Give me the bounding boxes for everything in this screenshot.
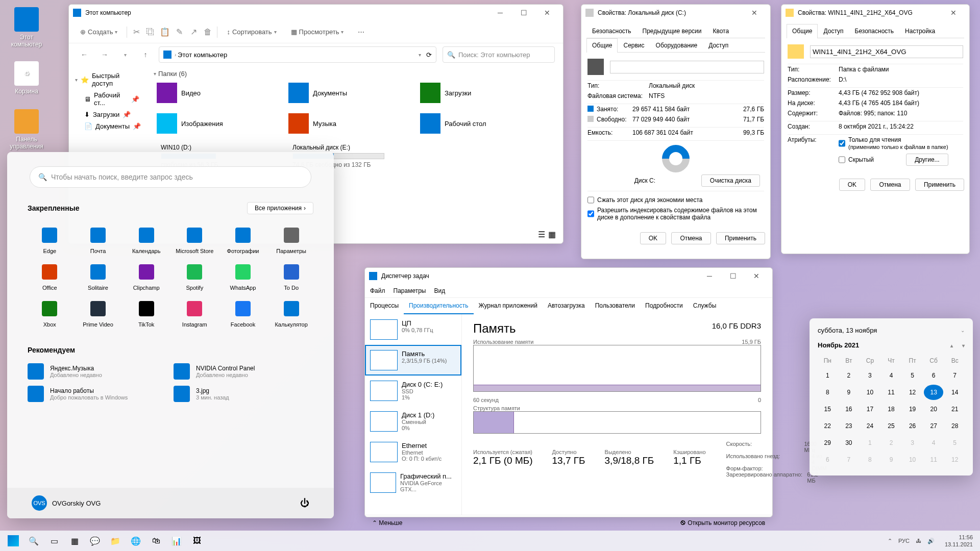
new-button[interactable]: ⊕ Создать ▾ xyxy=(75,25,122,39)
calendar-day[interactable]: 3 xyxy=(860,368,880,383)
fewer-details-button[interactable]: ⌃ Меньше xyxy=(372,519,402,527)
folder-item[interactable]: Загрузки xyxy=(417,80,545,106)
minimize-button[interactable]: ─ xyxy=(698,268,721,284)
calendar-day[interactable]: 2 xyxy=(839,368,859,383)
folder-item[interactable]: Рабочий стол xyxy=(417,110,545,137)
calendar-day[interactable]: 24 xyxy=(860,418,880,434)
chevron-down-icon[interactable]: ▾ xyxy=(118,47,132,62)
view-details-icon[interactable]: ☰ xyxy=(538,230,545,239)
back-button[interactable]: ← xyxy=(77,47,91,62)
network-icon[interactable]: 🖧 xyxy=(916,538,921,544)
recommended-item[interactable]: Яндекс.МузыкаДобавлено недавно xyxy=(28,363,167,380)
calendar-day[interactable]: 14 xyxy=(945,385,965,400)
up-button[interactable]: ↑ xyxy=(138,47,153,62)
all-apps-button[interactable]: Все приложения › xyxy=(247,202,313,214)
perf-sidebar-item[interactable]: Графический п...NVIDIA GeForce GTX... xyxy=(365,467,461,498)
copy-icon[interactable]: ⿻ xyxy=(145,27,156,37)
volume-icon[interactable]: 🔊 xyxy=(927,538,935,544)
menu-options[interactable]: Параметры xyxy=(394,287,426,294)
refresh-icon[interactable]: ⟳ xyxy=(426,51,432,59)
folders-header[interactable]: ▾ Папки (6) xyxy=(154,68,555,80)
chevron-down-icon[interactable]: ▾ xyxy=(419,52,421,58)
calendar-day[interactable]: 8 xyxy=(818,385,838,400)
calendar-day[interactable]: 3 xyxy=(902,435,922,450)
power-button[interactable]: ⏻ xyxy=(300,498,309,509)
share-icon[interactable]: ↗ xyxy=(188,27,199,37)
calendar-day[interactable]: 18 xyxy=(881,402,901,417)
photos-icon[interactable]: 🖼 xyxy=(187,531,207,551)
search-input[interactable]: 🔍 Поиск: Этот компьютер xyxy=(443,46,555,63)
pinned-app[interactable]: Параметры xyxy=(269,223,313,258)
pinned-app[interactable]: Solitaire xyxy=(76,260,120,295)
view-button[interactable]: ▦ Просмотреть ▾ xyxy=(286,25,349,39)
tm-tab[interactable]: Службы xyxy=(688,298,721,314)
cut-icon[interactable]: ✂ xyxy=(131,27,141,37)
calendar-day[interactable]: 6 xyxy=(818,452,838,467)
pinned-app[interactable]: WhatsApp xyxy=(221,260,265,295)
calendar-day[interactable]: 9 xyxy=(839,385,859,400)
calendar-day[interactable]: 11 xyxy=(924,452,944,467)
breadcrumb[interactable]: › Этот компьютер ▾ ⟳ xyxy=(159,46,436,63)
menu-view[interactable]: Вид xyxy=(434,287,445,294)
maximize-button[interactable]: ☐ xyxy=(512,5,535,21)
tab-sharing[interactable]: Доступ xyxy=(703,38,734,52)
calendar-day[interactable]: 7 xyxy=(945,368,965,383)
pinned-app[interactable]: Почта xyxy=(76,223,120,258)
tm-tab[interactable]: Пользователи xyxy=(590,298,640,314)
more-button[interactable]: ⋯ xyxy=(353,25,370,39)
calendar-day[interactable]: 25 xyxy=(881,418,901,434)
task-view-icon[interactable]: ▭ xyxy=(44,531,64,551)
calendar-day[interactable]: 8 xyxy=(860,452,880,467)
perf-sidebar-item[interactable]: Диск 0 (C: E:)SSD1% xyxy=(365,375,461,406)
sidebar-item-documents[interactable]: 📄 Документы 📌 xyxy=(73,120,141,132)
maximize-button[interactable]: ☐ xyxy=(721,268,745,284)
sidebar-item-quick-access[interactable]: ▾ ⭐ Быстрый доступ xyxy=(73,70,141,89)
calendar-day[interactable]: 5 xyxy=(902,368,922,383)
calendar-day[interactable]: 23 xyxy=(839,418,859,434)
tm-tab[interactable]: Процессы xyxy=(365,298,404,314)
perf-sidebar-item[interactable]: EthernetEthernetО: 0 П: 0 кбит/с xyxy=(365,437,461,467)
calendar-day[interactable]: 28 xyxy=(945,418,965,434)
user-button[interactable]: OVS OVGorskiy OVG xyxy=(32,495,101,511)
apply-button[interactable]: Применить xyxy=(915,179,964,191)
rename-icon[interactable]: ✎ xyxy=(174,27,184,37)
tm-tab[interactable]: Журнал приложений xyxy=(474,298,543,314)
clock[interactable]: 11:56 13.11.2021 xyxy=(941,534,977,548)
sidebar-item-downloads[interactable]: ⬇ Загрузки 📌 xyxy=(73,109,141,120)
folder-name-input[interactable] xyxy=(810,45,963,58)
calendar-day[interactable]: 22 xyxy=(818,418,838,434)
calendar-day[interactable]: 5 xyxy=(945,435,965,450)
recommended-item[interactable]: Начало работыДобро пожаловать в Windows xyxy=(28,386,167,402)
chat-icon[interactable]: 💬 xyxy=(85,531,105,551)
tab-quota[interactable]: Квота xyxy=(707,24,734,38)
tab-customize[interactable]: Настройка xyxy=(899,24,941,38)
tab-security[interactable]: Безопасность xyxy=(849,24,900,38)
calendar-day[interactable]: 29 xyxy=(818,435,838,450)
calendar-day[interactable]: 7 xyxy=(839,452,859,467)
close-button[interactable]: ✕ xyxy=(942,5,965,21)
sort-button[interactable]: ↕ Сортировать ▾ xyxy=(222,25,281,39)
next-month-button[interactable]: ▾ xyxy=(962,343,965,348)
calendar-day[interactable]: 15 xyxy=(818,402,838,417)
calendar-day[interactable]: 30 xyxy=(839,435,859,450)
recommended-item[interactable]: NVIDIA Control PanelДобавлено недавно xyxy=(174,363,313,380)
pinned-app[interactable]: Prime Video xyxy=(76,297,120,332)
more-button[interactable]: Другие... xyxy=(906,154,948,166)
calendar-day[interactable]: 6 xyxy=(924,368,944,383)
calendar-day[interactable]: 1 xyxy=(818,368,838,383)
store-icon[interactable]: 🛍 xyxy=(146,531,166,551)
desktop-icon-control-panel[interactable]: Панель управления xyxy=(7,109,46,150)
calendar-day[interactable]: 10 xyxy=(902,452,922,467)
view-tiles-icon[interactable]: ▦ xyxy=(548,230,556,239)
pinned-app[interactable]: Фотографии xyxy=(221,223,265,258)
compress-checkbox[interactable]: Сжать этот диск для экономии места xyxy=(587,196,764,204)
calendar-day[interactable]: 13 xyxy=(924,385,944,400)
folder-item[interactable]: Изображения xyxy=(154,110,281,137)
calendar-day[interactable]: 4 xyxy=(924,435,944,450)
calendar-day[interactable]: 21 xyxy=(945,402,965,417)
close-button[interactable]: ✕ xyxy=(535,5,559,21)
folder-item[interactable]: Видео xyxy=(154,80,281,106)
taskmgr-icon[interactable]: 📊 xyxy=(166,531,187,551)
tab-general[interactable]: Общие xyxy=(586,38,618,53)
tab-tools[interactable]: Сервис xyxy=(618,38,650,52)
